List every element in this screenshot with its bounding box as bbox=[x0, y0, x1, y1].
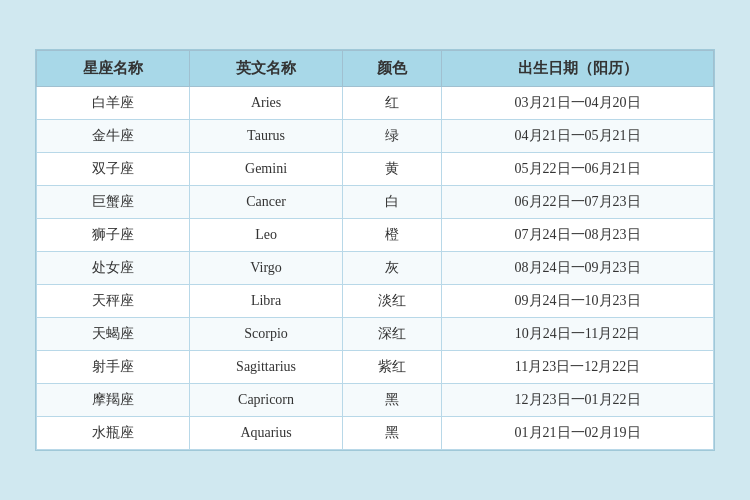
table-row: 摩羯座Capricorn黑12月23日一01月22日 bbox=[37, 384, 714, 417]
cell-8-3: 11月23日一12月22日 bbox=[442, 351, 714, 384]
cell-8-2: 紫红 bbox=[343, 351, 442, 384]
table-row: 狮子座Leo橙07月24日一08月23日 bbox=[37, 219, 714, 252]
table-row: 处女座Virgo灰08月24日一09月23日 bbox=[37, 252, 714, 285]
cell-2-0: 双子座 bbox=[37, 153, 190, 186]
table-row: 巨蟹座Cancer白06月22日一07月23日 bbox=[37, 186, 714, 219]
cell-10-1: Aquarius bbox=[190, 417, 343, 450]
cell-9-3: 12月23日一01月22日 bbox=[442, 384, 714, 417]
cell-2-2: 黄 bbox=[343, 153, 442, 186]
cell-1-0: 金牛座 bbox=[37, 120, 190, 153]
cell-5-3: 08月24日一09月23日 bbox=[442, 252, 714, 285]
cell-1-3: 04月21日一05月21日 bbox=[442, 120, 714, 153]
cell-0-3: 03月21日一04月20日 bbox=[442, 87, 714, 120]
cell-8-1: Sagittarius bbox=[190, 351, 343, 384]
cell-6-2: 淡红 bbox=[343, 285, 442, 318]
table-row: 水瓶座Aquarius黑01月21日一02月19日 bbox=[37, 417, 714, 450]
header-col-1: 英文名称 bbox=[190, 51, 343, 87]
cell-1-2: 绿 bbox=[343, 120, 442, 153]
cell-7-0: 天蝎座 bbox=[37, 318, 190, 351]
cell-1-1: Taurus bbox=[190, 120, 343, 153]
zodiac-table: 星座名称英文名称颜色出生日期（阳历） 白羊座Aries红03月21日一04月20… bbox=[36, 50, 714, 450]
table-row: 白羊座Aries红03月21日一04月20日 bbox=[37, 87, 714, 120]
cell-7-3: 10月24日一11月22日 bbox=[442, 318, 714, 351]
header-col-2: 颜色 bbox=[343, 51, 442, 87]
cell-2-1: Gemini bbox=[190, 153, 343, 186]
cell-9-2: 黑 bbox=[343, 384, 442, 417]
cell-7-2: 深红 bbox=[343, 318, 442, 351]
cell-9-1: Capricorn bbox=[190, 384, 343, 417]
table-row: 天秤座Libra淡红09月24日一10月23日 bbox=[37, 285, 714, 318]
cell-10-2: 黑 bbox=[343, 417, 442, 450]
cell-8-0: 射手座 bbox=[37, 351, 190, 384]
cell-4-1: Leo bbox=[190, 219, 343, 252]
cell-6-1: Libra bbox=[190, 285, 343, 318]
cell-5-2: 灰 bbox=[343, 252, 442, 285]
table-row: 射手座Sagittarius紫红11月23日一12月22日 bbox=[37, 351, 714, 384]
cell-3-3: 06月22日一07月23日 bbox=[442, 186, 714, 219]
table-row: 金牛座Taurus绿04月21日一05月21日 bbox=[37, 120, 714, 153]
cell-4-3: 07月24日一08月23日 bbox=[442, 219, 714, 252]
cell-9-0: 摩羯座 bbox=[37, 384, 190, 417]
cell-5-1: Virgo bbox=[190, 252, 343, 285]
cell-7-1: Scorpio bbox=[190, 318, 343, 351]
cell-0-2: 红 bbox=[343, 87, 442, 120]
cell-6-3: 09月24日一10月23日 bbox=[442, 285, 714, 318]
cell-6-0: 天秤座 bbox=[37, 285, 190, 318]
cell-3-2: 白 bbox=[343, 186, 442, 219]
table-body: 白羊座Aries红03月21日一04月20日金牛座Taurus绿04月21日一0… bbox=[37, 87, 714, 450]
cell-0-1: Aries bbox=[190, 87, 343, 120]
cell-3-0: 巨蟹座 bbox=[37, 186, 190, 219]
header-col-0: 星座名称 bbox=[37, 51, 190, 87]
cell-0-0: 白羊座 bbox=[37, 87, 190, 120]
cell-10-0: 水瓶座 bbox=[37, 417, 190, 450]
table-header-row: 星座名称英文名称颜色出生日期（阳历） bbox=[37, 51, 714, 87]
cell-4-2: 橙 bbox=[343, 219, 442, 252]
table-row: 双子座Gemini黄05月22日一06月21日 bbox=[37, 153, 714, 186]
cell-5-0: 处女座 bbox=[37, 252, 190, 285]
table-row: 天蝎座Scorpio深红10月24日一11月22日 bbox=[37, 318, 714, 351]
cell-3-1: Cancer bbox=[190, 186, 343, 219]
header-col-3: 出生日期（阳历） bbox=[442, 51, 714, 87]
cell-2-3: 05月22日一06月21日 bbox=[442, 153, 714, 186]
cell-10-3: 01月21日一02月19日 bbox=[442, 417, 714, 450]
cell-4-0: 狮子座 bbox=[37, 219, 190, 252]
zodiac-table-container: 星座名称英文名称颜色出生日期（阳历） 白羊座Aries红03月21日一04月20… bbox=[35, 49, 715, 451]
